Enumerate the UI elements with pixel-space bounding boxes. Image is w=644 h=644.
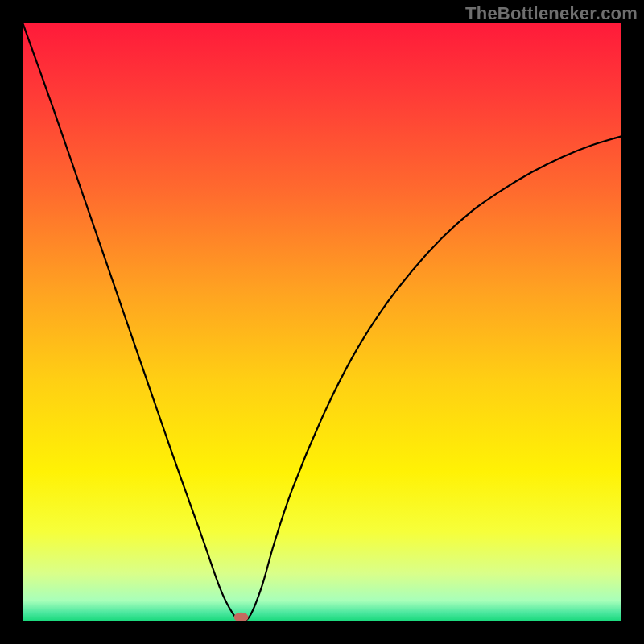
watermark-text: TheBottleneker.com — [465, 3, 638, 24]
gradient-background — [23, 23, 621, 621]
bottleneck-chart — [23, 23, 621, 621]
chart-frame: TheBottleneker.com — [0, 0, 644, 644]
plot-area — [23, 23, 621, 621]
